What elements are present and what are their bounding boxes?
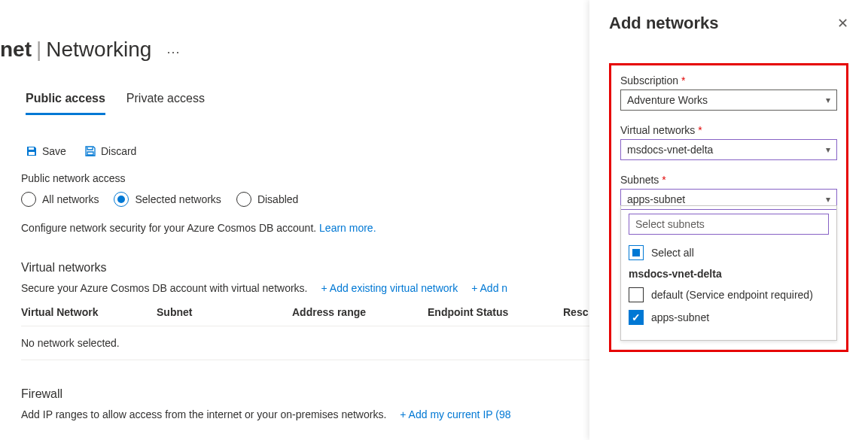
select-all-label: Select all [651, 247, 694, 259]
subnet-option-apps[interactable]: apps-subnet [629, 310, 829, 325]
subnet-option-label: apps-subnet [651, 311, 709, 323]
checkbox-empty-icon [629, 287, 644, 302]
th-virtual-network: Virtual Network [21, 306, 157, 318]
radio-selected-networks[interactable]: Selected networks [114, 192, 221, 207]
account-name: net [0, 38, 32, 62]
subnet-option-label: default (Service endpoint required) [651, 289, 813, 301]
save-icon [26, 145, 38, 157]
subnet-group-heading: msdocs-vnet-delta [629, 268, 829, 280]
tab-public-access[interactable]: Public access [26, 92, 105, 115]
add-networks-blade: Add networks ✕ Subscription * Adventure … [589, 0, 868, 440]
firewall-subtext: Add IP ranges to allow access from the i… [21, 408, 386, 420]
subscription-dropdown[interactable]: Adventure Works ▾ [620, 90, 837, 111]
subnets-popup: Select subnets Select all msdocs-vnet-de… [620, 205, 837, 341]
vnets-value: msdocs-vnet-delta [627, 144, 713, 156]
save-label: Save [42, 145, 66, 157]
discard-label: Discard [101, 145, 136, 157]
subnets-label: Subnets * [620, 174, 837, 186]
config-text: Configure network security for your Azur… [21, 222, 316, 234]
subnet-search-input[interactable]: Select subnets [629, 214, 829, 235]
th-address-range: Address range [292, 306, 428, 318]
th-endpoint-status: Endpoint Status [428, 306, 563, 318]
vnets-label: Virtual networks * [620, 124, 837, 136]
radio-circle-selected-icon [114, 192, 129, 207]
add-current-ip-link[interactable]: + Add my current IP (98 [400, 408, 510, 420]
radio-circle-icon [236, 192, 251, 207]
add-existing-vnet-link[interactable]: + Add existing virtual network [321, 282, 458, 294]
subnets-value: apps-subnet [627, 193, 685, 205]
discard-button[interactable]: Discard [84, 145, 136, 157]
subnet-option-default[interactable]: default (Service endpoint required) [629, 287, 829, 302]
learn-more-link[interactable]: Learn more. [319, 222, 376, 234]
save-button[interactable]: Save [26, 145, 66, 157]
radio-label: Disabled [257, 193, 298, 205]
checkbox-checked-icon [629, 310, 644, 325]
chevron-down-icon: ▾ [826, 95, 830, 105]
more-icon[interactable]: ⋯ [166, 44, 180, 60]
radio-label: All networks [42, 193, 99, 205]
tab-private-access[interactable]: Private access [126, 92, 205, 115]
close-icon[interactable]: ✕ [837, 15, 848, 32]
vnets-dropdown[interactable]: msdocs-vnet-delta ▾ [620, 139, 837, 160]
blade-title: Add networks [609, 14, 718, 33]
page-title: Networking [46, 38, 151, 62]
select-all-checkbox[interactable]: Select all [629, 245, 829, 260]
vnets-subtext: Secure your Azure Cosmos DB account with… [21, 282, 308, 294]
radio-label: Selected networks [135, 193, 221, 205]
radio-disabled[interactable]: Disabled [236, 192, 298, 207]
highlighted-form: Subscription * Adventure Works ▾ Virtual… [609, 63, 848, 352]
add-new-vnet-link[interactable]: + Add n [471, 282, 507, 294]
chevron-down-icon: ▾ [826, 144, 830, 155]
radio-circle-icon [21, 192, 36, 207]
th-subnet: Subnet [157, 306, 292, 318]
subscription-label: Subscription * [620, 74, 837, 86]
chevron-down-icon: ▾ [826, 194, 830, 205]
header-separator: | [36, 38, 41, 62]
subscription-value: Adventure Works [627, 94, 708, 106]
checkbox-indeterminate-icon [629, 245, 644, 260]
radio-all-networks[interactable]: All networks [21, 192, 99, 207]
discard-icon [84, 145, 96, 157]
